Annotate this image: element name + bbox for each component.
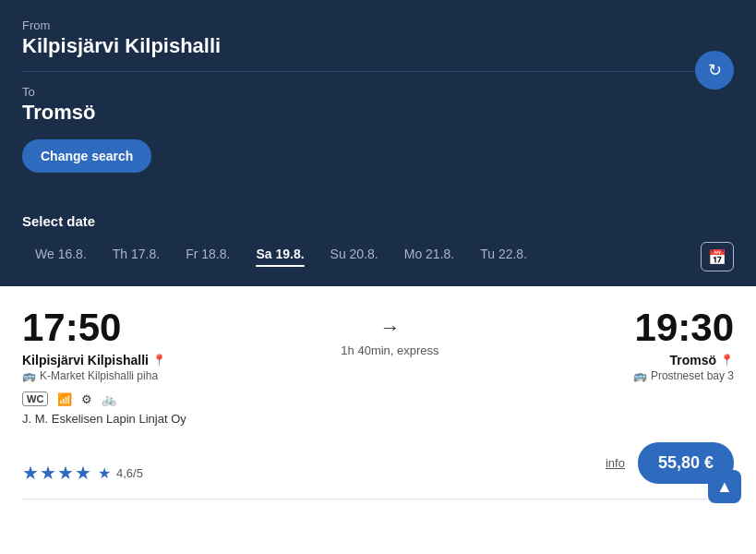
operator-name: J. M. Eskelisen Lapin Linjat Oy	[22, 412, 734, 426]
result-divider	[22, 499, 734, 500]
swap-icon: ↻	[708, 60, 722, 80]
date-item-thu[interactable]: Th 17.8.	[100, 243, 173, 271]
to-label: To	[22, 85, 734, 99]
duration-text: 1h 40min, express	[341, 343, 438, 357]
header-section: From Kilpisjärvi Kilpishalli ↻ To Tromsö…	[0, 0, 756, 195]
bus-icon-to: 🚌	[633, 369, 647, 382]
bike-amenity: 🚲	[102, 392, 116, 406]
half-star-icon: ★	[98, 464, 111, 482]
change-search-button[interactable]: Change search	[22, 139, 151, 173]
scroll-up-button[interactable]: ▲	[708, 470, 741, 503]
date-item-fri[interactable]: Fr 18.8.	[173, 243, 243, 271]
arrival-stop-sub: 🚌 Prostneset bay 3	[633, 369, 734, 382]
calendar-icon: 📅	[708, 248, 726, 266]
arrival-stop-name: Tromsö 📍	[669, 353, 734, 367]
date-item-wed[interactable]: We 16.8.	[22, 243, 100, 271]
from-value: Kilpisjärvi Kilpishalli	[22, 34, 734, 58]
from-pin-icon: 📍	[152, 354, 166, 367]
arrow-icon: →	[379, 316, 400, 340]
arrow-row: →	[379, 316, 400, 340]
settings-amenity: ⚙	[81, 392, 92, 406]
departure-time: 17:50	[22, 308, 166, 347]
results-section: 17:50 Kilpisjärvi Kilpishalli 📍 🚌 K-Mark…	[0, 286, 756, 518]
to-pin-icon: 📍	[720, 354, 734, 367]
date-item-sun[interactable]: Su 20.8.	[318, 243, 391, 271]
rating-value: 4,6/5	[116, 466, 143, 480]
date-section: Select date We 16.8. Th 17.8. Fr 18.8. S…	[0, 195, 756, 286]
divider	[22, 71, 734, 72]
to-value: Tromsö	[22, 101, 734, 125]
middle-section: → 1h 40min, express	[166, 308, 614, 357]
date-item-mon[interactable]: Mo 21.8.	[391, 243, 467, 271]
swap-button[interactable]: ↻	[695, 51, 734, 90]
departure-stop-sub: 🚌 K-Market Kilpishalli piha	[22, 369, 166, 382]
arrival-time: 19:30	[635, 308, 734, 347]
rating-stars: ★★★★	[22, 462, 92, 484]
departure-block: 17:50 Kilpisjärvi Kilpishalli 📍 🚌 K-Mark…	[22, 308, 166, 382]
rating-block: ★★★★ ★ 4,6/5	[22, 456, 143, 484]
info-link[interactable]: info	[606, 456, 625, 470]
calendar-button[interactable]: 📅	[701, 242, 734, 271]
amenities-row: WC 📶 ⚙ 🚲	[22, 391, 734, 406]
results-wrapper: 17:50 Kilpisjärvi Kilpishalli 📍 🚌 K-Mark…	[0, 286, 756, 518]
from-label: From	[22, 18, 734, 32]
date-row: We 16.8. Th 17.8. Fr 18.8. Sa 19.8. Su 2…	[22, 242, 734, 271]
bus-icon-from: 🚌	[22, 369, 36, 382]
select-date-label: Select date	[22, 213, 734, 229]
rating-row: ★★★★ ★ 4,6/5	[22, 462, 143, 484]
wifi-amenity: 📶	[57, 392, 72, 406]
arrival-block: 19:30 Tromsö 📍 🚌 Prostneset bay 3	[614, 308, 734, 382]
departure-stop-name: Kilpisjärvi Kilpishalli 📍	[22, 353, 166, 367]
wc-amenity: WC	[22, 391, 48, 406]
chevron-up-icon: ▲	[716, 477, 733, 497]
result-card: 17:50 Kilpisjärvi Kilpishalli 📍 🚌 K-Mark…	[22, 308, 734, 382]
date-item-sat[interactable]: Sa 19.8.	[243, 243, 317, 271]
date-item-tue[interactable]: Tu 22.8.	[467, 243, 540, 271]
